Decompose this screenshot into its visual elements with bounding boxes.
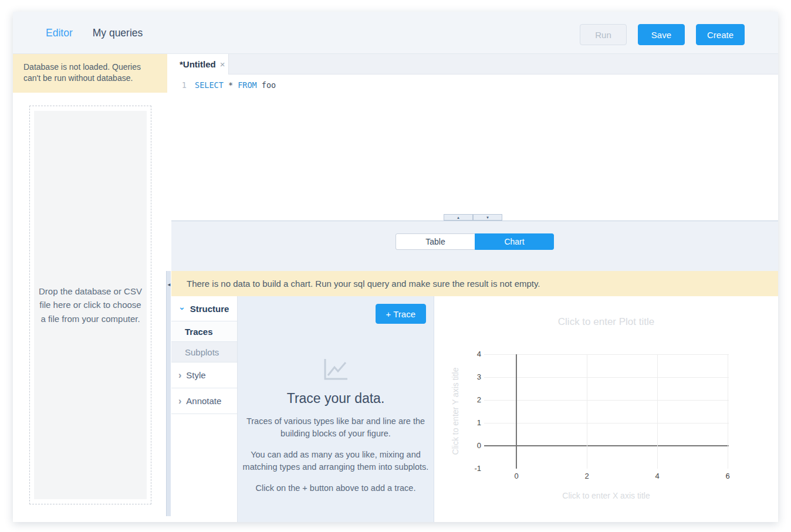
sql-keyword: FROM	[238, 80, 257, 90]
top-actions: Run Save Create	[580, 24, 745, 45]
main-area: *Untitled × 1 SELECT * FROM foo ▲ ▼ Tabl…	[171, 54, 778, 522]
plot-title-placeholder[interactable]: Click to enter Plot title	[434, 316, 778, 328]
save-button[interactable]: Save	[638, 24, 685, 45]
nav-style[interactable]: › Style	[171, 362, 237, 388]
editor-result-splitter[interactable]: ▲ ▼	[171, 214, 778, 221]
nav-traces-label: Traces	[185, 327, 213, 337]
zero-line	[484, 445, 729, 446]
nav-style-label: Style	[186, 370, 205, 380]
y-tick-label: 2	[452, 395, 481, 405]
run-button[interactable]: Run	[580, 24, 627, 45]
query-tab-title: *Untitled	[180, 59, 216, 69]
result-area: Table Chart	[171, 221, 778, 271]
zero-line	[516, 354, 517, 469]
arrow-down-icon: ▼	[486, 216, 489, 219]
add-trace-button[interactable]: + Trace	[376, 304, 426, 324]
query-tab-bar: *Untitled ×	[171, 54, 778, 74]
chart-editor: ⌄ Structure Traces Subplots › Style › An…	[171, 296, 778, 522]
nav-subplots-label: Subplots	[185, 347, 219, 357]
empty-state-text: You can add as many as you like, mixing …	[242, 449, 430, 473]
nav-annotate-label: Annotate	[186, 396, 221, 406]
line-chart-icon	[322, 357, 350, 381]
grid-line	[484, 377, 729, 378]
create-button[interactable]: Create	[696, 24, 745, 45]
grid-line	[657, 354, 658, 469]
database-warning: Database is not loaded. Queries can't be…	[13, 54, 167, 93]
top-bar: Editor My queries Run Save Create	[13, 12, 778, 54]
nav-structure-label: Structure	[190, 304, 229, 314]
nav-editor[interactable]: Editor	[46, 27, 73, 39]
plot-panel: Click to enter Plot title Click to enter…	[434, 296, 778, 522]
x-axis-title-placeholder[interactable]: Click to enter X axis title	[434, 491, 778, 500]
y-tick-label: 0	[452, 440, 481, 451]
y-tick-label: 3	[452, 372, 481, 382]
plot-area[interactable]	[484, 354, 729, 469]
x-tick-label: 4	[643, 472, 672, 480]
y-tick-label: -1	[452, 463, 481, 474]
grid-line	[484, 354, 729, 355]
x-tick-label: 0	[502, 472, 531, 480]
file-dropzone[interactable]: Drop the database or CSV file here or cl…	[29, 106, 151, 504]
file-dropzone-inner[interactable]: Drop the database or CSV file here or cl…	[34, 111, 147, 499]
line-number: 1	[171, 80, 187, 90]
result-view-toggle: Table Chart	[396, 233, 554, 250]
chart-empty-warning: There is no data to build a chart. Run y…	[171, 271, 778, 296]
chart-editor-nav: ⌄ Structure Traces Subplots › Style › An…	[171, 296, 238, 522]
splitter-down-button[interactable]: ▼	[473, 214, 502, 221]
grid-line	[587, 354, 587, 469]
dropzone-text: Drop the database or CSV file here or cl…	[36, 284, 145, 326]
sql-editor[interactable]: 1 SELECT * FROM foo	[171, 74, 778, 221]
chevron-right-icon: ›	[178, 396, 181, 406]
nav-annotate[interactable]: › Annotate	[171, 388, 237, 414]
x-tick-label: 2	[572, 472, 601, 480]
database-sidebar: Database is not loaded. Queries can't be…	[13, 54, 167, 522]
collapse-left-icon: ◄	[167, 283, 171, 287]
sql-code: SELECT * FROM foo	[187, 80, 276, 90]
nav-my-queries[interactable]: My queries	[93, 27, 143, 39]
top-nav: Editor My queries	[46, 12, 143, 54]
sql-star: *	[228, 80, 233, 90]
sql-keyword: SELECT	[195, 80, 224, 90]
sidebar-collapse-handle[interactable]: ◄	[166, 271, 171, 516]
chevron-right-icon: ›	[178, 370, 181, 381]
empty-state-text: Click on the + button above to add a tra…	[242, 482, 430, 494]
grid-line	[484, 400, 729, 401]
query-tab-untitled[interactable]: *Untitled ×	[171, 54, 229, 74]
code-line: 1 SELECT * FROM foo	[171, 74, 778, 90]
splitter-up-button[interactable]: ▲	[444, 214, 473, 221]
trace-empty-state: + Trace Trace your data. Traces of vario…	[238, 296, 434, 522]
app-window: Editor My queries Run Save Create Databa…	[13, 12, 778, 522]
arrow-up-icon: ▲	[457, 216, 460, 219]
x-tick-label: 6	[713, 472, 742, 480]
sql-identifier: foo	[262, 80, 276, 90]
chevron-down-icon: ⌄	[178, 302, 185, 311]
grid-line	[484, 423, 729, 423]
grid-line	[728, 354, 728, 469]
close-icon[interactable]: ×	[220, 59, 225, 69]
empty-state-heading: Trace your data.	[287, 391, 385, 406]
nav-subplots[interactable]: Subplots	[171, 342, 237, 362]
empty-state-text: Traces of various types like bar and lin…	[242, 415, 430, 440]
nav-traces[interactable]: Traces	[171, 321, 237, 342]
y-tick-label: 1	[452, 418, 481, 428]
chart-toggle-button[interactable]: Chart	[475, 233, 554, 250]
y-tick-label: 4	[452, 349, 481, 360]
nav-structure[interactable]: ⌄ Structure	[171, 296, 237, 321]
table-toggle-button[interactable]: Table	[396, 233, 475, 250]
